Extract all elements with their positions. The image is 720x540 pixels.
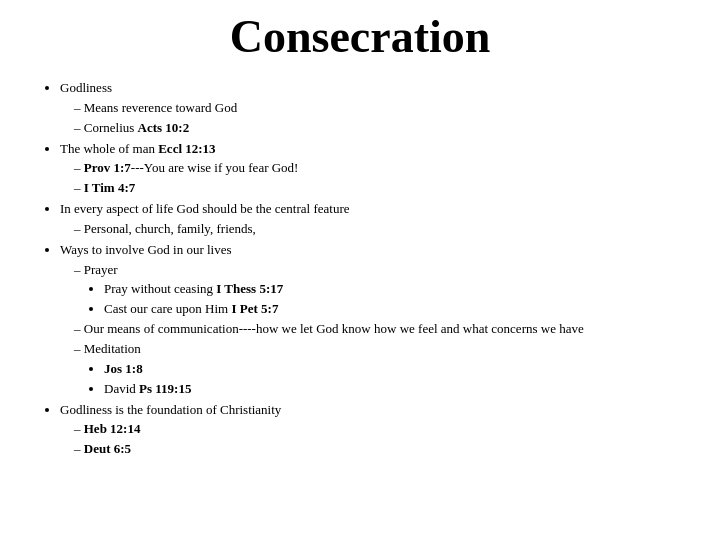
item-text: ---You are wise if you fear God!: [131, 160, 299, 175]
item-text: Meditation: [84, 341, 141, 356]
list-item: Meditation Jos 1:8 David Ps 119:15: [74, 340, 690, 399]
item-text: Means reverence toward God: [84, 100, 237, 115]
bold-ref: I Thess 5:17: [216, 281, 283, 296]
item-text: Pray without ceasing: [104, 281, 216, 296]
page-title: Consecration: [30, 10, 690, 63]
item-text: The whole of man: [60, 141, 158, 156]
bold-ref: Heb 12:14: [84, 421, 141, 436]
list-item: Jos 1:8: [104, 360, 690, 379]
main-list: Godliness Means reverence toward God Cor…: [40, 79, 690, 459]
item-text: Cornelius: [84, 120, 138, 135]
item-text: Our means of communication----how we let…: [84, 321, 584, 336]
list-item: Pray without ceasing I Thess 5:17: [104, 280, 690, 299]
page: Consecration Godliness Means reverence t…: [0, 0, 720, 540]
sub-list: Heb 12:14 Deut 6:5: [60, 420, 690, 459]
item-text: Cast our care upon Him: [104, 301, 231, 316]
bullet-list: Pray without ceasing I Thess 5:17 Cast o…: [74, 280, 690, 319]
item-text: Personal, church, family, friends,: [84, 221, 256, 236]
list-item: Personal, church, family, friends,: [74, 220, 690, 239]
list-item: Ways to involve God in our lives Prayer …: [60, 241, 690, 399]
list-item: I Tim 4:7: [74, 179, 690, 198]
bullet-list: Jos 1:8 David Ps 119:15: [74, 360, 690, 399]
item-text: Godliness: [60, 80, 112, 95]
bold-ref: I Pet 5:7: [231, 301, 278, 316]
list-item: David Ps 119:15: [104, 380, 690, 399]
bold-ref: Deut 6:5: [84, 441, 131, 456]
list-item: Heb 12:14: [74, 420, 690, 439]
bold-ref: Jos 1:8: [104, 361, 143, 376]
bold-ref: Eccl 12:13: [158, 141, 215, 156]
list-item: The whole of man Eccl 12:13 Prov 1:7---Y…: [60, 140, 690, 199]
list-item: Prov 1:7---You are wise if you fear God!: [74, 159, 690, 178]
list-item: Prayer Pray without ceasing I Thess 5:17…: [74, 261, 690, 320]
content-area: Godliness Means reverence toward God Cor…: [30, 79, 690, 459]
list-item: In every aspect of life God should be th…: [60, 200, 690, 239]
list-item: Godliness Means reverence toward God Cor…: [60, 79, 690, 138]
list-item: Cornelius Acts 10:2: [74, 119, 690, 138]
item-text: Prayer: [84, 262, 118, 277]
list-item: Deut 6:5: [74, 440, 690, 459]
sub-list: Prov 1:7---You are wise if you fear God!…: [60, 159, 690, 198]
sub-list: Prayer Pray without ceasing I Thess 5:17…: [60, 261, 690, 399]
item-text: Ways to involve God in our lives: [60, 242, 232, 257]
bold-ref: Prov 1:7: [84, 160, 131, 175]
sub-list: Means reverence toward God Cornelius Act…: [60, 99, 690, 138]
bold-ref: Ps 119:15: [139, 381, 191, 396]
list-item: Godliness is the foundation of Christian…: [60, 401, 690, 460]
item-text: In every aspect of life God should be th…: [60, 201, 350, 216]
bold-ref: I Tim 4:7: [84, 180, 136, 195]
list-item: Our means of communication----how we let…: [74, 320, 690, 339]
item-text: David: [104, 381, 139, 396]
list-item: Means reverence toward God: [74, 99, 690, 118]
list-item: Cast our care upon Him I Pet 5:7: [104, 300, 690, 319]
item-text: Godliness is the foundation of Christian…: [60, 402, 281, 417]
bold-ref: Acts 10:2: [138, 120, 190, 135]
sub-list: Personal, church, family, friends,: [60, 220, 690, 239]
